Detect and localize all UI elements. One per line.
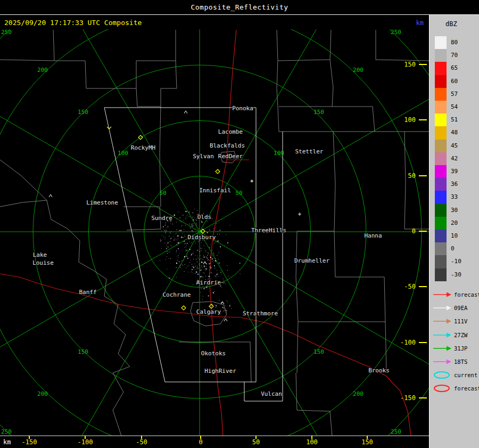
- range-ring-label: 250: [391, 29, 401, 36]
- track-arrow-icon: [433, 305, 452, 311]
- city-label: Lake: [33, 251, 47, 258]
- dbz-swatch: [435, 49, 447, 62]
- range-ring-label: 200: [37, 67, 48, 74]
- dbz-value-label: 65: [451, 64, 458, 71]
- dbz-swatch: [435, 88, 447, 101]
- city-label: Drumheller: [294, 257, 330, 264]
- coverage-sector-outlines: [104, 108, 283, 401]
- dbz-value-label: 39: [451, 168, 458, 175]
- bottom-axis-tick-label: 50: [252, 438, 260, 446]
- dbz-swatch: [435, 217, 447, 230]
- city-label: Brooks: [368, 367, 390, 374]
- window-title: Composite_Reflectivity: [191, 3, 288, 11]
- asterisk-symbol: *: [250, 178, 253, 186]
- track-label: current: [454, 372, 477, 378]
- dbz-swatch: [435, 75, 447, 88]
- city-label: Lacombe: [218, 128, 243, 135]
- city-label: HighRiver: [204, 368, 236, 374]
- storm-ellipse-icon: [433, 384, 452, 393]
- dbz-value-label: 57: [451, 91, 458, 97]
- city-label: Cochrane: [163, 291, 191, 298]
- track-legend-row: 09EA: [433, 304, 467, 312]
- dbz-swatch: [435, 242, 447, 255]
- track-legend-row: current: [433, 371, 477, 379]
- range-ring-label: 150: [313, 109, 324, 116]
- dbz-value-label: 20: [451, 219, 458, 226]
- radar-map-canvas[interactable]: 2502001501005025020015010050150200250150…: [0, 15, 429, 448]
- dbz-value-label: 60: [451, 78, 458, 85]
- radar-application-window: Composite_Reflectivity 25020015010050250…: [0, 0, 479, 448]
- caret-symbol: [49, 194, 52, 197]
- track-legend-row: 27ZW: [433, 331, 467, 339]
- city-label: RedDeer: [218, 153, 243, 160]
- storm-ellipse-icon: [433, 371, 452, 379]
- bottom-axis-tick-label: 0: [199, 438, 202, 446]
- legend-panel: dBZ 807065605754514845423936333020100-10…: [429, 15, 479, 448]
- dbz-value-label: 54: [451, 103, 458, 110]
- track-legend-row: forecast: [433, 384, 479, 393]
- dbz-swatch: [435, 178, 447, 191]
- dbz-value-label: 0: [451, 245, 455, 252]
- track-label: 31JP: [454, 345, 467, 352]
- track-arrow-icon: [433, 318, 452, 324]
- range-ring-label: 200: [37, 390, 48, 397]
- track-legend-row: 31JP: [433, 344, 467, 353]
- city-label: Didsbury: [188, 234, 216, 241]
- dbz-swatch: [435, 62, 447, 75]
- city-label: Limestone: [86, 199, 118, 206]
- range-ring-label: 250: [1, 428, 12, 435]
- city-label: Airdrie: [196, 279, 221, 286]
- caret-symbol: [203, 262, 207, 264]
- city-label: Olds: [197, 214, 212, 221]
- range-ring-label: 100: [274, 150, 284, 157]
- radar-echoes: [160, 209, 251, 315]
- km-unit-top-label: km: [416, 19, 424, 27]
- range-ring-label: 150: [313, 348, 324, 355]
- dbz-value-label: 48: [451, 129, 458, 136]
- track-legend-row: 111V: [433, 317, 467, 325]
- track-arrow-icon: [433, 359, 452, 365]
- range-ring-label: 150: [78, 109, 88, 116]
- range-ring-label: 50: [235, 190, 242, 197]
- city-label: Blackfalds: [210, 142, 245, 149]
- range-ring-label: 100: [118, 150, 128, 157]
- dbz-swatch: [435, 230, 447, 242]
- right-axis-tick-label: -100: [400, 339, 416, 346]
- highway-lines: [0, 30, 411, 436]
- dbz-value-label: 42: [451, 155, 458, 162]
- dbz-value-label: 51: [451, 116, 458, 123]
- dbz-value-label: 80: [451, 39, 458, 46]
- city-label: ThreeHills: [251, 227, 286, 234]
- legend-title: dBZ: [445, 20, 457, 28]
- city-label: Ponoka: [232, 105, 253, 112]
- dbz-value-label: -30: [451, 271, 461, 278]
- city-label: Vulcan: [261, 390, 282, 397]
- city-label: Louise: [32, 259, 54, 266]
- dbz-swatch: [435, 101, 447, 113]
- track-label: 27ZW: [454, 332, 467, 338]
- yellow-chevron-marker: [107, 127, 111, 129]
- city-label: Stettler: [295, 148, 324, 155]
- dbz-swatch: [435, 255, 447, 268]
- range-ring-label: 250: [391, 428, 401, 435]
- city-label: Calgary: [196, 308, 221, 315]
- bottom-axis-tick-label: 150: [361, 438, 373, 446]
- range-ring-label: 50: [159, 190, 166, 197]
- dbz-swatch: [435, 140, 447, 152]
- timestamp-label: 2025/09/20 17:17:33 UTC Composite: [4, 19, 142, 27]
- track-legend-row: forecast: [433, 290, 479, 299]
- track-label: 18TS: [454, 359, 467, 365]
- right-axis-tick-label: 50: [408, 172, 416, 180]
- bottom-axis-tick-label: -50: [136, 438, 147, 446]
- dbz-swatch: [435, 113, 447, 126]
- right-axis-tick-label: -50: [404, 283, 416, 290]
- dbz-value-label: 10: [451, 232, 458, 239]
- right-axis-tick-label: 150: [404, 61, 416, 68]
- track-arrow-icon: [433, 291, 452, 298]
- dbz-value-label: -10: [451, 258, 461, 265]
- bottom-axis: -150-100-50050100150: [0, 436, 429, 446]
- track-arrow-icon: [433, 332, 452, 338]
- track-label: forecast: [454, 291, 479, 298]
- dbz-value-label: 70: [451, 52, 458, 59]
- range-ring-label: 200: [353, 390, 364, 397]
